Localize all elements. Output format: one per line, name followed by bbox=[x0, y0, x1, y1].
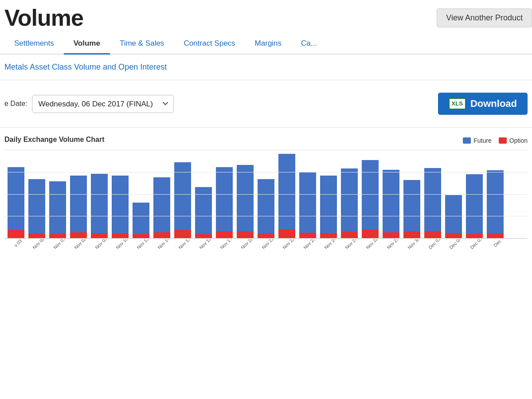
bar-option bbox=[341, 232, 357, 238]
bar-group bbox=[131, 203, 151, 238]
subtitle-link[interactable]: Metals Asset Class Volume and Open Inter… bbox=[0, 55, 532, 76]
x-label-item: Nov 23 bbox=[298, 239, 317, 252]
bar-group bbox=[27, 179, 47, 238]
x-label-item: Nov 20 bbox=[235, 239, 255, 252]
bar-stack bbox=[319, 176, 338, 238]
legend-future: Future bbox=[463, 137, 491, 144]
bar-group bbox=[6, 167, 26, 238]
bar-option bbox=[258, 234, 274, 238]
download-button[interactable]: XLS Download bbox=[438, 93, 528, 115]
x-label-item: Dec bbox=[485, 239, 505, 252]
bar-future bbox=[91, 174, 107, 233]
x-label-item: Nov 28 bbox=[360, 239, 380, 252]
bar-stack bbox=[340, 168, 359, 238]
bar-future bbox=[153, 177, 170, 232]
tab-volume[interactable]: Volume bbox=[64, 35, 110, 55]
bar-future bbox=[258, 179, 274, 234]
bar-group bbox=[319, 176, 338, 238]
bar-future bbox=[195, 187, 211, 235]
bar-future bbox=[70, 176, 86, 232]
bar-stack bbox=[277, 154, 297, 238]
bar-future bbox=[133, 203, 149, 234]
bar-group bbox=[381, 170, 401, 238]
bar-stack bbox=[90, 174, 109, 238]
x-label-text: Nov 22 bbox=[282, 239, 296, 250]
bar-group bbox=[277, 154, 297, 238]
x-label-text: Nov 15 bbox=[177, 239, 192, 250]
x-label-item: Nov 15 bbox=[173, 239, 192, 252]
tab-settlements[interactable]: Settlements bbox=[4, 35, 64, 55]
gridline bbox=[4, 150, 528, 150]
bar-group bbox=[423, 168, 442, 238]
x-labels: v 03Nov 06Nov 07Nov 08Nov 09Nov 10Nov 13… bbox=[4, 239, 528, 252]
bar-stack bbox=[235, 165, 255, 238]
bar-stack bbox=[485, 170, 505, 238]
bar-option bbox=[8, 230, 24, 238]
bar-future bbox=[466, 174, 482, 234]
x-label-text: Nov 07 bbox=[52, 239, 66, 250]
x-label-text: v 03 bbox=[13, 239, 23, 248]
x-label-text: Dec bbox=[492, 239, 502, 248]
option-label: Option bbox=[509, 137, 528, 144]
bar-chart bbox=[4, 150, 528, 239]
bar-stack bbox=[173, 162, 192, 238]
x-label-text: Dec 01 bbox=[427, 239, 442, 250]
x-label-item: Nov 13 bbox=[131, 239, 151, 252]
date-wrapper: e Date: Wednesday, 06 Dec 2017 (FINAL) bbox=[4, 95, 174, 113]
x-label-item: Nov 30 bbox=[402, 239, 422, 252]
x-label-item: Nov 08 bbox=[69, 239, 88, 252]
x-label-item: Nov 06 bbox=[27, 239, 47, 252]
tab-margins[interactable]: Margins bbox=[245, 35, 291, 55]
x-label-item: Nov 21 bbox=[256, 239, 276, 252]
chart-legend: Future Option bbox=[463, 137, 528, 144]
x-label-item: Nov 14 bbox=[152, 239, 172, 252]
bar-group bbox=[402, 180, 422, 238]
date-label: e Date: bbox=[4, 100, 27, 108]
chart-section: Daily Exchange Volume Chart Future Optio… bbox=[0, 131, 532, 252]
x-label-item: Dec 05 bbox=[465, 239, 484, 252]
tab-calendar[interactable]: Ca... bbox=[291, 35, 327, 55]
view-another-button[interactable]: View Another Product bbox=[437, 8, 532, 27]
bar-stack bbox=[194, 187, 213, 238]
bar-future bbox=[112, 176, 128, 233]
bar-group bbox=[360, 160, 380, 238]
bar-future bbox=[299, 172, 316, 233]
tab-time-sales[interactable]: Time & Sales bbox=[110, 35, 174, 55]
future-swatch bbox=[463, 137, 471, 144]
bar-future bbox=[341, 168, 357, 232]
controls-row: e Date: Wednesday, 06 Dec 2017 (FINAL) X… bbox=[0, 84, 532, 124]
x-label-text: Nov 16 bbox=[198, 239, 212, 250]
bar-stack bbox=[131, 203, 151, 238]
x-label-item: Nov 22 bbox=[277, 239, 297, 252]
x-label-item: Dec 01 bbox=[423, 239, 442, 252]
x-label-text: Nov 10 bbox=[115, 239, 129, 250]
x-label-text: Nov 28 bbox=[365, 239, 379, 250]
x-label-item: Nov 10 bbox=[110, 239, 130, 252]
x-label-text: Nov 08 bbox=[73, 239, 87, 250]
page-title: Volume bbox=[4, 4, 83, 31]
bar-group bbox=[235, 165, 255, 238]
tabs-nav: Settlements Volume Time & Sales Contract… bbox=[0, 35, 532, 55]
bar-option bbox=[133, 234, 149, 238]
bar-option bbox=[299, 233, 316, 238]
x-label-text: Dec 05 bbox=[469, 239, 483, 250]
bar-group bbox=[194, 187, 213, 238]
date-select[interactable]: Wednesday, 06 Dec 2017 (FINAL) bbox=[32, 95, 174, 113]
bar-stack bbox=[152, 177, 172, 238]
bar-option bbox=[466, 234, 482, 238]
bar-option bbox=[445, 233, 462, 238]
tab-contract-specs[interactable]: Contract Specs bbox=[174, 35, 245, 55]
x-label-text: Nov 24 bbox=[323, 239, 337, 250]
bar-future bbox=[8, 167, 24, 231]
bar-option bbox=[424, 231, 441, 238]
bar-stack bbox=[48, 181, 67, 238]
bar-future bbox=[28, 179, 45, 234]
bar-stack bbox=[381, 170, 401, 238]
bar-group bbox=[90, 174, 109, 238]
divider-2 bbox=[0, 127, 532, 128]
x-label-text: Nov 30 bbox=[407, 239, 421, 250]
bar-stack bbox=[423, 168, 442, 238]
option-swatch bbox=[499, 137, 507, 144]
bar-stack bbox=[256, 179, 276, 238]
x-label-text: Nov 23 bbox=[302, 239, 317, 250]
